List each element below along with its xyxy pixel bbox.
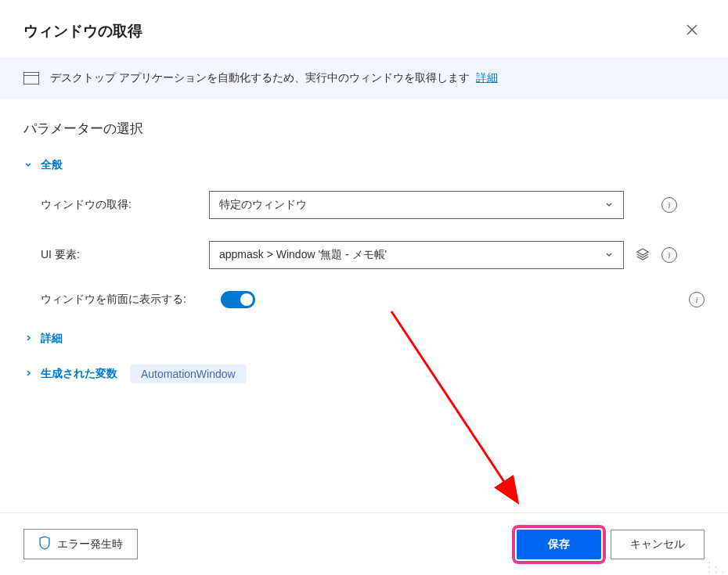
ui-element-select[interactable]: appmask > Window '無題 - メモ帳' xyxy=(209,241,624,269)
get-window-label: ウィンドウの取得: xyxy=(41,198,209,212)
variable-badge[interactable]: AutomationWindow xyxy=(130,365,247,383)
general-section-header[interactable]: 全般 xyxy=(23,158,705,172)
variables-label: 生成された変数 xyxy=(41,367,117,381)
svg-marker-2 xyxy=(637,249,648,255)
footer-actions: 保存 キャンセル xyxy=(517,530,705,559)
info-icon[interactable]: i xyxy=(661,197,677,213)
variables-section-header[interactable]: 生成された変数 AutomationWindow xyxy=(23,365,705,383)
bring-to-front-label: ウィンドウを前面に表示する: xyxy=(41,293,221,307)
chevron-right-icon xyxy=(23,368,33,380)
ui-element-label: UI 要素: xyxy=(41,248,209,262)
banner-description: デスクトップ アプリケーションを自動化するため、実行中のウィンドウを取得します xyxy=(50,71,470,84)
chevron-right-icon xyxy=(23,333,33,345)
window-icon xyxy=(23,72,39,84)
close-button[interactable] xyxy=(679,19,705,43)
advanced-label: 詳細 xyxy=(41,332,63,346)
save-button[interactable]: 保存 xyxy=(517,530,601,559)
shield-icon xyxy=(38,536,51,552)
chevron-down-icon xyxy=(23,160,33,171)
get-window-value: 特定のウィンドウ xyxy=(219,198,307,212)
chevron-down-icon xyxy=(604,199,614,211)
info-icon[interactable]: i xyxy=(661,247,677,263)
general-label: 全般 xyxy=(41,158,63,172)
cancel-button[interactable]: キャンセル xyxy=(611,530,705,559)
get-window-row: ウィンドウの取得: 特定のウィンドウ i xyxy=(23,191,705,219)
info-banner: デスクトップ アプリケーションを自動化するため、実行中のウィンドウを取得します … xyxy=(0,57,728,99)
info-icon[interactable]: i xyxy=(689,292,705,307)
dialog-header: ウィンドウの取得 xyxy=(0,0,728,57)
layers-icon[interactable] xyxy=(635,246,651,264)
parameter-section-title: パラメーターの選択 xyxy=(23,120,705,138)
resize-handle-icon[interactable]: .. .. . . xyxy=(708,558,725,572)
chevron-down-icon xyxy=(604,250,614,261)
ui-element-row: UI 要素: appmask > Window '無題 - メモ帳' i xyxy=(23,241,705,269)
dialog-title: ウィンドウの取得 xyxy=(23,21,142,41)
on-error-label: エラー発生時 xyxy=(57,537,123,552)
bring-to-front-toggle[interactable] xyxy=(221,291,255,308)
details-link[interactable]: 詳細 xyxy=(476,71,498,84)
get-window-select[interactable]: 特定のウィンドウ xyxy=(209,191,624,219)
dialog-content: パラメーターの選択 全般 ウィンドウの取得: 特定のウィンドウ i UI 要素 xyxy=(0,99,728,422)
advanced-section-header[interactable]: 詳細 xyxy=(23,332,705,346)
dialog-footer: エラー発生時 保存 キャンセル xyxy=(0,512,728,575)
close-icon xyxy=(686,23,698,36)
bring-to-front-row: ウィンドウを前面に表示する: i xyxy=(23,291,705,308)
on-error-button[interactable]: エラー発生時 xyxy=(23,529,138,559)
banner-text: デスクトップ アプリケーションを自動化するため、実行中のウィンドウを取得します … xyxy=(50,71,498,85)
ui-element-value: appmask > Window '無題 - メモ帳' xyxy=(219,248,387,262)
